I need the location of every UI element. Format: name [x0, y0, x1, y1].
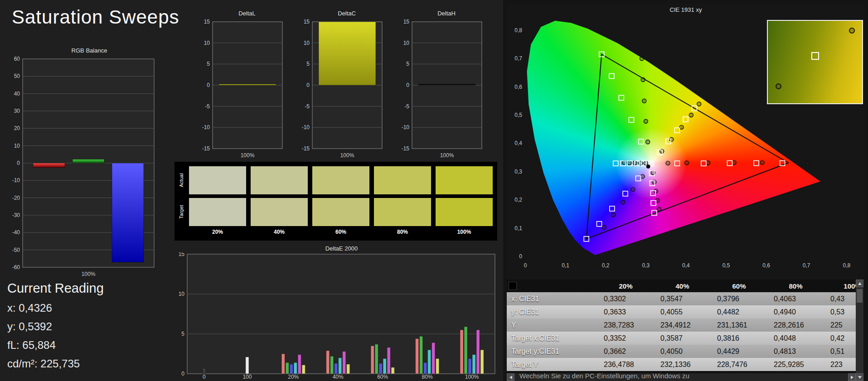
y-tick-label: -60 [12, 264, 20, 270]
reading-line: y: 0,5392 [7, 320, 166, 333]
table-cell: 0,3587 [654, 334, 711, 342]
table-cell: 0,3352 [597, 334, 654, 342]
y-tick-label: 5 [207, 61, 210, 67]
y-tick-label: 10 [304, 40, 310, 46]
y-tick-label: -10 [12, 177, 20, 183]
y-tick-label: -50 [12, 247, 20, 253]
y-tick-label: -15 [302, 145, 310, 152]
scroll-right-button[interactable] [848, 373, 856, 381]
inset-target-square [811, 52, 819, 60]
deltae-bar [420, 336, 423, 374]
color-swatch [374, 166, 431, 194]
cie-x-tick-label: 0,2 [602, 262, 610, 269]
gamut-triangle [587, 54, 789, 239]
measurement-table: 20%40%60%80%100%x: CIE310,33020,35470,37… [507, 280, 856, 372]
deltae-bar [294, 362, 297, 374]
table-cell: 0,43 [824, 295, 856, 303]
table-row: y: CIE310,36330,40550,44820,49400,53 [507, 305, 856, 318]
table-column-header: 80% [767, 282, 824, 290]
swatch-row-label: Target [178, 198, 184, 226]
table-column-header: 20% [597, 282, 654, 290]
deltaL-bar-100% [219, 84, 276, 85]
deltae-bar [460, 330, 463, 374]
deltah-title: DeltaH [398, 10, 484, 18]
inset-measured-point [776, 83, 781, 89]
table-cell: 234,4912 [654, 321, 711, 329]
table-cell: 0,4050 [654, 347, 711, 356]
cie-y-tick-label: 0,1 [514, 225, 522, 231]
reading-line: x: 0,4326 [7, 302, 166, 314]
deltae-bar [302, 365, 305, 374]
cie-measured-point [644, 161, 648, 165]
vertical-scrollbar-thumb[interactable] [857, 289, 863, 303]
y-tick-label: 0 [406, 82, 409, 88]
rgb-balance-chart: RGB Balance -60-50-40-30-20-100102030405… [6, 47, 156, 284]
x-tick-label: 60% [377, 374, 388, 380]
x-axis-label: 100% [241, 152, 255, 159]
cie-measured-point [732, 160, 736, 164]
table-cell: 0,53 [824, 308, 856, 316]
cie-measured-point [657, 207, 661, 211]
table-cell: 0,4940 [767, 308, 824, 316]
deltal-plot: -15-10-5051015100% [198, 18, 284, 164]
reading-line: fL: 65,884 [7, 339, 166, 352]
x-axis-label: 100% [82, 271, 96, 277]
deltah-chart: DeltaH -15-10-5051015100% [398, 10, 484, 164]
scroll-right-icon [851, 376, 853, 379]
y-tick-label: 60 [14, 56, 20, 62]
cie-measured-point [666, 161, 670, 165]
table-cell: 0,4813 [767, 347, 824, 356]
cie-1931-chart: 00,10,20,30,40,50,60,70,800,10,20,30,40,… [507, 4, 865, 279]
table-row: Target Y236,4788232,1336228,7476225,9285… [507, 358, 856, 371]
scroll-down-icon [858, 376, 862, 379]
cie-target-square [674, 161, 679, 166]
swatch-percent-label: 80% [374, 229, 431, 235]
deltae-bar [343, 352, 346, 374]
cie-x-tick-label: 0,1 [562, 262, 569, 269]
y-tick-label: 20 [14, 125, 20, 131]
cie-target-square [674, 128, 679, 133]
table-corner-marker [509, 282, 517, 290]
y-tick-label: 10 [179, 291, 185, 297]
deltae-bar [326, 351, 330, 374]
y-tick-label: 30 [14, 108, 20, 114]
color-swatch [436, 198, 493, 226]
table-row-label: Y [507, 321, 597, 329]
cie-x-tick-label: 0 [524, 262, 527, 269]
cie-x-tick-label: 0,4 [682, 262, 690, 269]
scroll-down-button[interactable] [856, 373, 863, 381]
deltal-chart: DeltaL -15-10-5051015100% [198, 10, 284, 164]
table-cell: 0,3816 [711, 334, 767, 342]
page-title: Saturation Sweeps [12, 6, 179, 28]
rgb-balance-title: RGB Balance [6, 47, 156, 55]
deltae-bar [335, 363, 338, 374]
table-cell: 238,7283 [597, 321, 654, 329]
table-column-header: 40% [654, 282, 711, 290]
deltac-title: DeltaC [298, 10, 384, 18]
swatch-percent-label: 60% [312, 229, 369, 235]
deltae-bar [436, 359, 439, 374]
reading-line: cd/m²: 225,735 [7, 357, 166, 370]
windows-activation-notice: Wechseln Sie zu den PC-Einstellungen, um… [519, 372, 689, 380]
color-swatch [436, 166, 493, 194]
cie-target-square [629, 117, 634, 122]
cie-measured-point [640, 174, 645, 178]
scroll-left-button[interactable] [507, 373, 514, 381]
table-cell: 231,1361 [711, 321, 767, 329]
x-tick-label: 100% [465, 374, 479, 380]
deltae-bar [286, 362, 289, 374]
deltae-bar [203, 368, 206, 374]
deltae-bar [339, 358, 342, 374]
table-row-label: Target y:CIE31 [507, 347, 597, 356]
y-tick-label: 10 [14, 143, 20, 149]
table-row-label: x: CIE31 [507, 295, 597, 303]
cie-measured-point [760, 160, 764, 164]
cie-target-square [610, 206, 615, 211]
table-cell: 225 [824, 321, 856, 329]
color-swatch [374, 198, 431, 226]
deltae-bar [464, 327, 467, 374]
y-tick-label: 0 [181, 371, 184, 377]
color-swatch [312, 198, 369, 226]
scroll-up-button[interactable] [856, 280, 863, 287]
table-row-label: Target x:CIE31 [507, 334, 597, 342]
